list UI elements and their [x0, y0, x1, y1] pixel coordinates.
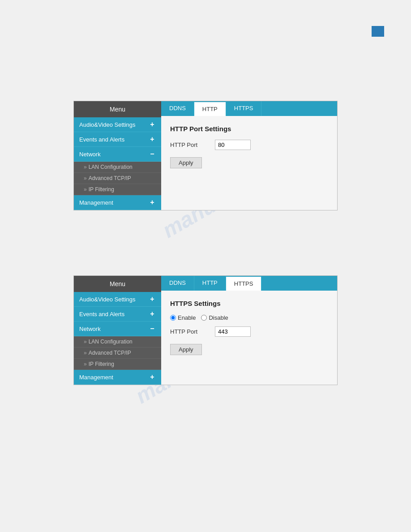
sidebar-item-management-1[interactable]: Management +	[74, 195, 161, 210]
blue-square-indicator	[372, 26, 384, 37]
sidebar-item-network-1[interactable]: Network −	[74, 147, 161, 162]
sidebar-management-icon-2: +	[149, 373, 156, 381]
sidebar-events-icon-2: +	[149, 310, 156, 317]
sidebar-network-label-2: Network	[79, 326, 101, 332]
content-area-2: DDNS HTTP HTTPS HTTPS Settings Enable	[161, 276, 337, 385]
sidebar-item-network-2[interactable]: Network −	[74, 322, 161, 336]
http-port-input[interactable]	[215, 140, 251, 150]
tab-https-2[interactable]: HTTPS	[226, 276, 262, 291]
sidebar-sub-tcpip-2[interactable]: Advanced TCP/IP	[74, 348, 161, 359]
sidebar-sub-tcpip-1[interactable]: Advanced TCP/IP	[74, 173, 161, 184]
https-disable-option[interactable]: Disable	[201, 314, 228, 321]
sidebar-panel1: Menu Audio&Video Settings + Events and A…	[74, 101, 161, 210]
sidebar-network-label-1: Network	[79, 151, 101, 158]
panel-https: Menu Audio&Video Settings + Events and A…	[73, 275, 338, 385]
sidebar-item-events-2[interactable]: Events and Alerts +	[74, 307, 161, 322]
sidebar-panel2: Menu Audio&Video Settings + Events and A…	[74, 276, 161, 385]
tab-https-1[interactable]: HTTPS	[226, 101, 262, 116]
sidebar-sub-lan-label-2: LAN Configuration	[89, 339, 133, 345]
sidebar-management-icon-1: +	[149, 199, 156, 206]
sidebar-title-2: Menu	[74, 276, 161, 292]
tab-http-2[interactable]: HTTP	[194, 276, 226, 291]
tab-ddns-1[interactable]: DDNS	[161, 101, 194, 116]
panel-http: Menu Audio&Video Settings + Events and A…	[73, 101, 338, 210]
sidebar-sub-ipfilter-label-2: IP Filtering	[89, 361, 114, 367]
http-tab-content: HTTP Port Settings HTTP Port Apply	[161, 116, 337, 177]
sidebar-item-audio-video-2[interactable]: Audio&Video Settings +	[74, 292, 161, 307]
https-port-input[interactable]	[215, 326, 251, 337]
sidebar-events-icon-1: +	[149, 136, 156, 143]
http-apply-button[interactable]: Apply	[170, 157, 202, 168]
sidebar-audio-video-icon-2: +	[149, 296, 156, 303]
sidebar-item-audio-video-1[interactable]: Audio&Video Settings +	[74, 117, 161, 132]
sidebar-item-events-1[interactable]: Events and Alerts +	[74, 132, 161, 147]
http-settings-title: HTTP Port Settings	[170, 125, 328, 133]
http-port-label: HTTP Port	[170, 142, 215, 148]
sidebar-network-icon-1: −	[149, 150, 156, 158]
sidebar-sub-lan-label-1: LAN Configuration	[89, 164, 133, 170]
https-enable-disable-group: Enable Disable	[170, 314, 328, 321]
tab-http-1[interactable]: HTTP	[194, 101, 226, 116]
https-settings-title: HTTPS Settings	[170, 300, 328, 307]
https-port-row: HTTP Port	[170, 326, 328, 337]
sidebar-events-label-2: Events and Alerts	[79, 311, 124, 317]
sidebar-network-icon-2: −	[149, 325, 156, 332]
sidebar-audio-video-label-2: Audio&Video Settings	[79, 296, 136, 303]
http-port-row: HTTP Port	[170, 140, 328, 150]
https-tab-content: HTTPS Settings Enable Disable HTTP Port	[161, 291, 337, 364]
https-apply-button[interactable]: Apply	[170, 344, 202, 355]
https-enable-radio[interactable]	[170, 315, 176, 321]
sidebar-sub-lan-2[interactable]: LAN Configuration	[74, 336, 161, 348]
sidebar-events-label-1: Events and Alerts	[79, 136, 124, 143]
sidebar-sub-ipfilter-label-1: IP Filtering	[89, 186, 114, 193]
sidebar-sub-lan-1[interactable]: LAN Configuration	[74, 162, 161, 173]
sidebar-sub-tcpip-label-1: Advanced TCP/IP	[89, 175, 131, 181]
sidebar-audio-video-icon-1: +	[149, 121, 156, 128]
tab-bar-1: DDNS HTTP HTTPS	[161, 101, 337, 116]
tab-bar-2: DDNS HTTP HTTPS	[161, 276, 337, 291]
sidebar-title-1: Menu	[74, 101, 161, 117]
tab-ddns-2[interactable]: DDNS	[161, 276, 194, 291]
https-disable-label: Disable	[209, 314, 228, 321]
content-area-1: DDNS HTTP HTTPS HTTP Port Settings HTTP …	[161, 101, 337, 210]
https-port-label: HTTP Port	[170, 328, 215, 335]
https-disable-radio[interactable]	[201, 315, 207, 321]
sidebar-management-label-1: Management	[79, 199, 113, 206]
sidebar-audio-video-label-1: Audio&Video Settings	[79, 121, 136, 128]
sidebar-sub-ipfilter-1[interactable]: IP Filtering	[74, 184, 161, 195]
sidebar-management-label-2: Management	[79, 374, 113, 381]
https-enable-label: Enable	[178, 314, 196, 321]
sidebar-sub-ipfilter-2[interactable]: IP Filtering	[74, 359, 161, 370]
https-enable-option[interactable]: Enable	[170, 314, 196, 321]
sidebar-sub-tcpip-label-2: Advanced TCP/IP	[89, 350, 131, 356]
sidebar-item-management-2[interactable]: Management +	[74, 370, 161, 385]
